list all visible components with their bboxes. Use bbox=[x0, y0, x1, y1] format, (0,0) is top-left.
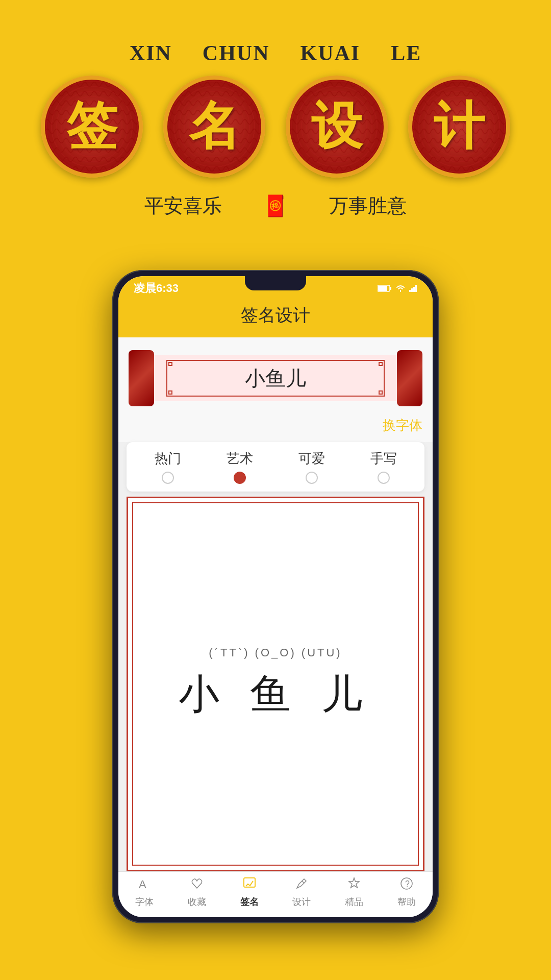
cat-dot-handwrite bbox=[378, 472, 390, 484]
category-tabs[interactable]: 热门 艺术 可爱 手写 bbox=[127, 442, 424, 492]
svg-rect-9 bbox=[413, 287, 415, 292]
circle-ming: 名 bbox=[163, 76, 265, 178]
status-icons bbox=[378, 285, 417, 292]
scroll-end-left bbox=[129, 350, 154, 406]
circle-she: 设 bbox=[286, 76, 388, 178]
scroll-end-right bbox=[397, 350, 422, 406]
phone-mockup: 凌晨6:33 bbox=[112, 270, 439, 923]
status-time: 凌晨6:33 bbox=[134, 281, 179, 296]
cat-dot-hot bbox=[162, 472, 174, 484]
cat-dot-art bbox=[234, 472, 246, 484]
battery-icon bbox=[378, 285, 392, 292]
nav-help[interactable]: ? 帮助 bbox=[380, 877, 433, 908]
pinyin-le: LE bbox=[391, 41, 421, 65]
svg-rect-5 bbox=[378, 286, 387, 291]
char-ming: 名 bbox=[189, 92, 240, 161]
app-title: 签名设计 bbox=[241, 306, 310, 325]
scroll-text: 小鱼儿 bbox=[245, 364, 306, 393]
cat-label-hot: 热门 bbox=[155, 450, 181, 468]
wifi-icon bbox=[396, 285, 405, 292]
nav-sign[interactable]: 签名 bbox=[223, 877, 276, 908]
nav-label-design: 设计 bbox=[292, 896, 311, 908]
corner-sq-tl bbox=[168, 362, 172, 366]
subtitle-row: 平安喜乐 🧧 万事胜意 bbox=[20, 193, 531, 219]
sig-text: 小 鱼 儿 bbox=[179, 667, 372, 722]
signature-content: (´TT`) (O_O) (UTU) 小 鱼 儿 bbox=[128, 498, 423, 870]
help-icon: ? bbox=[400, 877, 413, 894]
scroll-banner: 小鱼儿 bbox=[129, 348, 422, 409]
nav-label-fav: 收藏 bbox=[188, 896, 206, 908]
pinyin-chun: CHUN bbox=[203, 41, 270, 65]
corner-sq-br bbox=[379, 390, 383, 395]
cat-tab-art[interactable]: 艺术 bbox=[227, 450, 253, 484]
cat-label-cute: 可爱 bbox=[298, 450, 325, 468]
ingot-icon: 🧧 bbox=[263, 194, 288, 218]
scroll-inner: 小鱼儿 bbox=[166, 360, 385, 397]
pinyin-row: XIN CHUN KUAI LE bbox=[20, 41, 531, 65]
app-header: 签名设计 bbox=[118, 299, 433, 337]
corner-sq-bl bbox=[168, 390, 172, 395]
corner-sq-tr bbox=[379, 362, 383, 366]
circle-ji: 计 bbox=[408, 76, 510, 178]
svg-rect-8 bbox=[411, 288, 413, 292]
char-she: 设 bbox=[311, 92, 362, 161]
phone-screen: 凌晨6:33 bbox=[118, 276, 433, 917]
sig-emoticons: (´TT`) (O_O) (UTU) bbox=[209, 646, 342, 659]
circle-qian: 签 bbox=[41, 76, 143, 178]
scroll-area: 小鱼儿 bbox=[118, 337, 433, 409]
cat-label-handwrite: 手写 bbox=[370, 450, 397, 468]
cat-tab-cute[interactable]: 可爱 bbox=[298, 450, 325, 484]
subtitle-left: 平安喜乐 bbox=[144, 193, 222, 219]
nav-label-help: 帮助 bbox=[397, 896, 416, 908]
cat-tab-hot[interactable]: 热门 bbox=[155, 450, 181, 484]
svg-rect-10 bbox=[415, 285, 417, 292]
nav-label-premium: 精品 bbox=[345, 896, 363, 908]
char-qian: 签 bbox=[66, 92, 117, 161]
phone-notch bbox=[245, 276, 306, 290]
signal-icon bbox=[409, 285, 417, 292]
nav-label-font: 字体 bbox=[135, 896, 154, 908]
cat-tab-handwrite[interactable]: 手写 bbox=[370, 450, 397, 484]
pinyin-kuai: KUAI bbox=[300, 41, 360, 65]
nav-design[interactable]: 设计 bbox=[276, 877, 328, 908]
bottom-nav[interactable]: A 字体 收藏 签名 bbox=[118, 871, 433, 917]
svg-rect-6 bbox=[390, 287, 391, 290]
nav-premium[interactable]: 精品 bbox=[328, 877, 381, 908]
top-section: XIN CHUN KUAI LE 签 bbox=[0, 0, 551, 239]
circles-row: 签 名 设 bbox=[20, 76, 531, 178]
font-bar: 换字体 bbox=[118, 409, 433, 442]
pinyin-xin: XIN bbox=[130, 41, 172, 65]
nav-font[interactable]: A 字体 bbox=[118, 877, 171, 908]
fav-icon bbox=[190, 877, 204, 894]
char-ji: 计 bbox=[434, 92, 485, 161]
design-icon bbox=[295, 877, 308, 894]
scroll-main: 小鱼儿 bbox=[154, 355, 397, 401]
sign-icon bbox=[243, 877, 256, 894]
subtitle-right: 万事胜意 bbox=[329, 193, 407, 219]
font-icon: A bbox=[138, 877, 151, 894]
nav-label-sign: 签名 bbox=[240, 896, 259, 908]
svg-text:A: A bbox=[139, 878, 146, 890]
svg-rect-7 bbox=[409, 290, 411, 292]
cat-label-art: 艺术 bbox=[227, 450, 253, 468]
nav-fav[interactable]: 收藏 bbox=[171, 877, 223, 908]
cat-dot-cute bbox=[306, 472, 318, 484]
signature-display: (´TT`) (O_O) (UTU) 小 鱼 儿 bbox=[127, 497, 424, 871]
svg-text:?: ? bbox=[405, 879, 410, 888]
change-font-button[interactable]: 换字体 bbox=[383, 416, 422, 434]
premium-icon bbox=[347, 877, 361, 894]
phone-container: 凌晨6:33 bbox=[0, 270, 551, 923]
